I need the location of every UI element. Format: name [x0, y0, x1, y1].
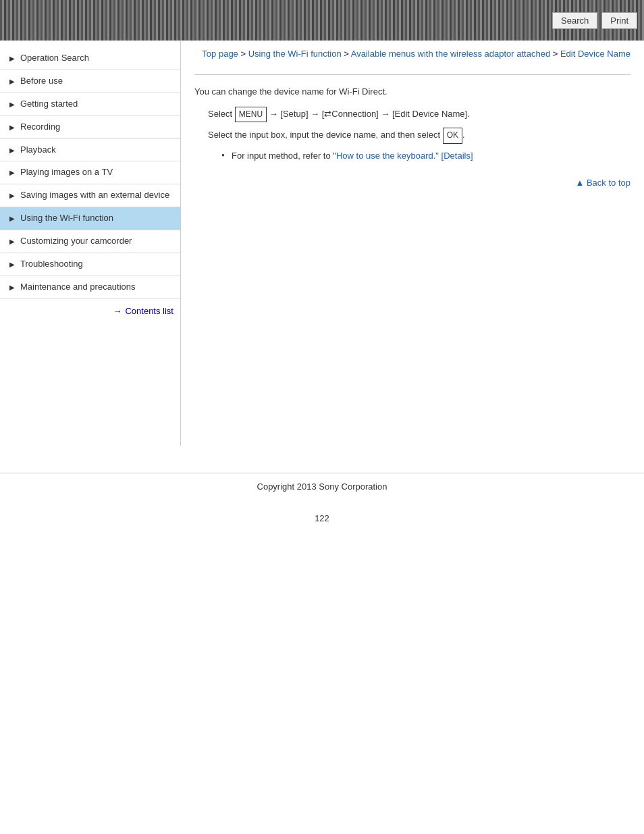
- instruction1-prefix: Select: [208, 109, 235, 119]
- instruction1: Select MENU → [Setup] → [⇄Connection] → …: [208, 107, 630, 122]
- sidebar-item-saving-images[interactable]: ▶Saving images with an external device: [0, 184, 180, 207]
- main-layout: ▶Operation Search▶Before use▶Getting sta…: [0, 41, 644, 446]
- sidebar-item-label: Before use: [20, 76, 63, 87]
- sidebar-item-label: Operation Search: [20, 53, 89, 64]
- content-body: You can change the device name for Wi-Fi…: [194, 85, 630, 191]
- content-divider: [194, 74, 630, 75]
- page-number: 122: [0, 513, 644, 523]
- sidebar-item-playback[interactable]: ▶Playback: [0, 139, 180, 162]
- sidebar-item-label: Playing images on a TV: [20, 167, 113, 178]
- breadcrumb-wifi[interactable]: Using the Wi-Fi function: [248, 49, 342, 59]
- copyright: Copyright 2013 Sony Corporation: [257, 481, 387, 492]
- sidebar-item-label: Maintenance and precautions: [20, 282, 136, 293]
- sidebar-arrow-icon: ▶: [9, 146, 15, 155]
- breadcrumb-sep2: >: [342, 49, 351, 59]
- sidebar-arrow-icon: ▶: [9, 100, 15, 109]
- ok-button-label: OK: [443, 128, 462, 143]
- sidebar-item-customizing[interactable]: ▶Customizing your camcorder: [0, 230, 180, 253]
- sidebar-item-label: Saving images with an external device: [20, 190, 169, 201]
- instruction2: Select the input box, input the device n…: [208, 128, 630, 143]
- back-to-top: ▲ Back to top: [194, 176, 630, 190]
- description: You can change the device name for Wi-Fi…: [194, 85, 630, 99]
- instruction2-prefix: Select the input box, input the device n…: [208, 130, 443, 140]
- sidebar-item-getting-started[interactable]: ▶Getting started: [0, 93, 180, 116]
- sidebar-item-troubleshooting[interactable]: ▶Troubleshooting: [0, 253, 180, 276]
- sidebar-item-using-wifi[interactable]: ▶Using the Wi-Fi function: [0, 207, 180, 230]
- sidebar-arrow-icon: ▶: [9, 214, 15, 223]
- back-to-top-link[interactable]: ▲ Back to top: [575, 178, 630, 188]
- sidebar-item-before-use[interactable]: ▶Before use: [0, 70, 180, 93]
- sidebar-item-label: Customizing your camcorder: [20, 236, 132, 247]
- sidebar-item-label: Using the Wi-Fi function: [20, 213, 113, 224]
- breadcrumb: Top page > Using the Wi-Fi function > Av…: [194, 47, 630, 61]
- sidebar-arrow-icon: ▶: [9, 54, 15, 63]
- sidebar-item-label: Playback: [20, 145, 56, 156]
- sidebar-item-recording[interactable]: ▶Recording: [0, 116, 180, 139]
- bullet-list: For input method, refer to "How to use t…: [221, 149, 630, 163]
- instruction2-suffix: .: [462, 130, 465, 140]
- sidebar: ▶Operation Search▶Before use▶Getting sta…: [0, 41, 181, 446]
- sidebar-arrow-icon: ▶: [9, 191, 15, 200]
- details-link[interactable]: [Details]: [441, 151, 473, 161]
- bullet-item: For input method, refer to "How to use t…: [221, 149, 630, 163]
- sidebar-arrow-icon: ▶: [9, 77, 15, 86]
- bullet-prefix: For input method, refer to ": [232, 151, 336, 161]
- sidebar-arrow-icon: ▶: [9, 168, 15, 177]
- keyboard-link[interactable]: How to use the keyboard.": [336, 151, 441, 161]
- contents-list-link[interactable]: → Contents list: [0, 299, 180, 323]
- sidebar-item-operation-search[interactable]: ▶Operation Search: [0, 47, 180, 70]
- breadcrumb-sep1: >: [238, 49, 248, 59]
- breadcrumb-sep3: >: [550, 49, 560, 59]
- menu-button-label: MENU: [235, 107, 267, 122]
- contents-list-label: Contents list: [125, 306, 173, 316]
- sidebar-item-maintenance[interactable]: ▶Maintenance and precautions: [0, 276, 180, 299]
- search-button[interactable]: Search: [552, 12, 597, 29]
- sidebar-item-label: Troubleshooting: [20, 259, 83, 270]
- sidebar-arrow-icon: ▶: [9, 260, 15, 269]
- sidebar-arrow-icon: ▶: [9, 283, 15, 292]
- sidebar-arrow-icon: ▶: [9, 237, 15, 246]
- breadcrumb-current: Edit Device Name: [560, 49, 630, 59]
- breadcrumb-available[interactable]: Available menus with the wireless adapto…: [351, 49, 550, 59]
- sidebar-arrow-icon: ▶: [9, 123, 15, 132]
- content-area: Top page > Using the Wi-Fi function > Av…: [181, 41, 644, 446]
- sidebar-item-label: Recording: [20, 122, 60, 133]
- print-button[interactable]: Print: [601, 12, 637, 29]
- breadcrumb-top[interactable]: Top page: [202, 49, 238, 59]
- instruction-block: Select MENU → [Setup] → [⇄Connection] → …: [208, 107, 630, 163]
- sidebar-item-playing-images[interactable]: ▶Playing images on a TV: [0, 161, 180, 184]
- footer: Copyright 2013 Sony Corporation: [0, 473, 644, 500]
- arrow-right-icon: →: [113, 306, 122, 316]
- instruction1-suffix: → [Setup] → [⇄Connection] → [Edit Device…: [267, 109, 470, 119]
- header-bar: Search Print: [0, 0, 644, 41]
- sidebar-item-label: Getting started: [20, 99, 78, 110]
